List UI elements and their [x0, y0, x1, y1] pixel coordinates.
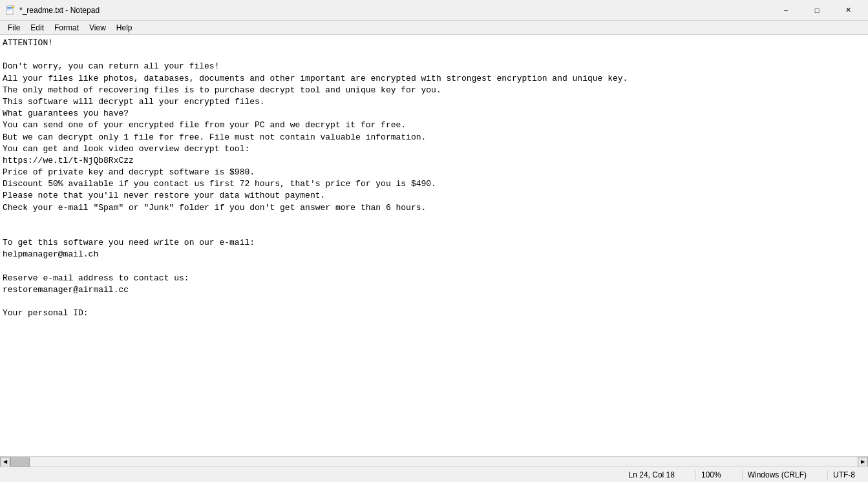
menu-edit[interactable]: Edit: [25, 22, 49, 34]
scroll-right-button[interactable]: ▶: [858, 457, 868, 467]
menu-help[interactable]: Help: [111, 22, 138, 34]
notepad-icon: [5, 5, 16, 16]
title-bar-left: *_readme.txt - Notepad: [5, 5, 100, 16]
scroll-thumb[interactable]: [10, 457, 30, 466]
menu-view[interactable]: View: [84, 22, 111, 34]
svg-rect-2: [7, 8, 12, 9]
close-button[interactable]: ✕: [833, 0, 863, 21]
encoding-indicator: UTF-8: [827, 470, 860, 479]
line-col-indicator: Ln 24, Col 18: [624, 470, 680, 479]
maximize-button[interactable]: □: [802, 0, 832, 21]
menu-bar: File Edit Format View Help: [0, 21, 868, 35]
svg-rect-1: [7, 7, 12, 8]
scroll-left-button[interactable]: ◀: [0, 457, 10, 467]
scroll-track[interactable]: [10, 457, 858, 467]
window-controls: − □ ✕: [771, 0, 863, 21]
zoom-indicator: 100%: [695, 470, 726, 479]
window-title: *_readme.txt - Notepad: [19, 6, 100, 15]
svg-rect-4: [12, 6, 14, 8]
title-bar: *_readme.txt - Notepad − □ ✕: [0, 0, 868, 21]
line-ending-indicator: Windows (CRLF): [742, 470, 812, 479]
editor-wrapper: ATTENTION! Don't worry, you can return a…: [0, 35, 868, 456]
minimize-button[interactable]: −: [771, 0, 801, 21]
menu-format[interactable]: Format: [49, 22, 84, 34]
svg-rect-3: [7, 10, 11, 10]
menu-file[interactable]: File: [3, 22, 25, 34]
text-editor[interactable]: ATTENTION! Don't worry, you can return a…: [0, 35, 868, 456]
status-bar: Ln 24, Col 18 100% Windows (CRLF) UTF-8: [0, 466, 868, 482]
horizontal-scrollbar[interactable]: ◀ ▶: [0, 456, 868, 466]
